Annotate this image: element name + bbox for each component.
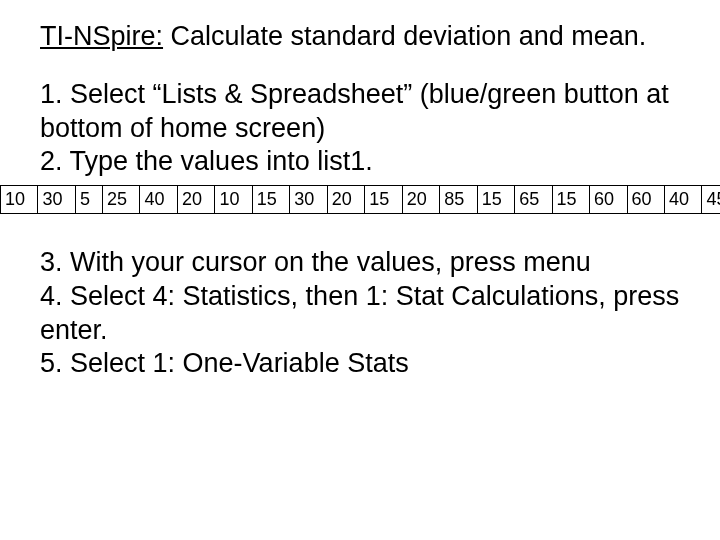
step-5: 5. Select 1: One-Variable Stats [40,347,680,381]
table-cell: 15 [552,186,589,214]
table-cell-value: 5 [76,187,102,212]
instructions-bottom: 3. With your cursor on the values, press… [40,246,680,381]
table-cell: 65 [515,186,552,214]
values-table-wrap: 103052540201015302015208515651560604045 [0,185,720,214]
table-cell: 20 [177,186,214,214]
table-cell: 10 [215,186,252,214]
step-3: 3. With your cursor on the values, press… [40,246,680,280]
table-cell-value: 20 [328,187,364,212]
table-cell-value: 15 [365,187,401,212]
table-cell: 60 [590,186,627,214]
table-row: 103052540201015302015208515651560604045 [1,186,721,214]
table-cell: 85 [440,186,477,214]
table-cell: 20 [327,186,364,214]
table-cell-value: 15 [478,187,514,212]
step-2: 2. Type the values into list1. [40,145,680,179]
table-cell: 30 [38,186,75,214]
table-cell: 15 [365,186,402,214]
table-cell: 20 [402,186,439,214]
table-cell: 45 [702,186,720,214]
table-cell-value: 85 [440,187,476,212]
table-cell: 10 [1,186,38,214]
table-cell-value: 15 [253,187,289,212]
page-title: TI-NSpire: Calculate standard deviation … [40,20,680,54]
table-cell: 30 [290,186,327,214]
table-cell-value: 20 [403,187,439,212]
table-cell-value: 30 [38,187,74,212]
instructions-top: 1. Select “Lists & Spreadsheet” (blue/gr… [40,78,680,179]
table-cell-value: 20 [178,187,214,212]
values-table: 103052540201015302015208515651560604045 [0,185,720,214]
table-cell: 40 [140,186,177,214]
table-cell-value: 40 [665,187,701,212]
table-cell-value: 15 [553,187,589,212]
table-cell-value: 10 [215,187,251,212]
table-cell: 15 [252,186,289,214]
table-cell-value: 30 [290,187,326,212]
step-4: 4. Select 4: Statistics, then 1: Stat Ca… [40,280,680,348]
table-cell-value: 10 [1,187,37,212]
table-cell: 15 [477,186,514,214]
title-rest: Calculate standard deviation and mean. [163,21,646,51]
table-cell-value: 40 [140,187,176,212]
table-cell-value: 60 [590,187,626,212]
table-cell: 25 [102,186,139,214]
title-lead: TI-NSpire: [40,21,163,51]
table-cell-value: 60 [628,187,664,212]
table-cell: 60 [627,186,664,214]
table-cell-value: 65 [515,187,551,212]
table-cell: 5 [75,186,102,214]
table-cell: 40 [665,186,702,214]
table-cell-value: 45 [702,187,720,212]
step-1: 1. Select “Lists & Spreadsheet” (blue/gr… [40,78,680,146]
table-cell-value: 25 [103,187,139,212]
